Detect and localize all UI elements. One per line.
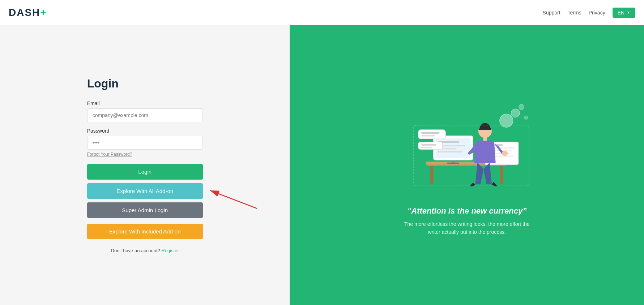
logo-plus: + [40, 7, 47, 18]
email-label: Email [87, 100, 203, 106]
super-admin-login-button[interactable]: Super Admin Login [87, 202, 203, 218]
lang-label: EN [618, 10, 624, 16]
quote-sub: The more effortless the writing looks, t… [398, 220, 536, 236]
support-link[interactable]: Support [543, 10, 560, 16]
svg-point-26 [511, 109, 520, 117]
hero-illustration [391, 94, 543, 196]
buttons-section: Login Explore With All Add-on Super Admi… [87, 164, 203, 243]
svg-rect-22 [418, 142, 443, 149]
login-button[interactable]: Login [87, 164, 203, 180]
register-link[interactable]: Register [161, 248, 179, 253]
quote-text: “Attention is the new currency” [407, 206, 526, 216]
explore-all-container: Explore With All Add-on [87, 183, 203, 202]
arrow-annotation [203, 180, 275, 223]
svg-rect-12 [438, 151, 462, 152]
svg-rect-19 [418, 130, 446, 139]
illustration [391, 94, 543, 196]
password-input[interactable] [87, 136, 203, 150]
logo-dash: DASH [9, 7, 40, 18]
svg-rect-30 [483, 137, 487, 141]
svg-rect-2 [430, 166, 433, 184]
email-input[interactable] [87, 108, 203, 122]
login-form: Login Email Password Forgot Your Passwor… [87, 77, 203, 253]
svg-rect-6 [447, 162, 460, 164]
main-content: Login Email Password Forgot Your Passwor… [0, 25, 644, 305]
explore-all-button[interactable]: Explore With All Add-on [87, 183, 203, 199]
svg-rect-24 [421, 147, 432, 148]
logo-text: DASH+ [9, 7, 47, 18]
header-nav: Support Terms Privacy EN ▼ [543, 8, 635, 18]
svg-point-27 [519, 104, 524, 109]
svg-rect-21 [421, 135, 435, 136]
left-panel: Login Email Password Forgot Your Passwor… [0, 25, 290, 305]
header: DASH+ Support Terms Privacy EN ▼ [0, 0, 644, 25]
right-panel: “Attention is the new currency” The more… [290, 25, 644, 305]
explore-included-button[interactable]: Explore With Included Add-on [87, 224, 203, 239]
password-label: Password [87, 128, 203, 134]
logo: DASH+ [9, 7, 47, 18]
privacy-link[interactable]: Privacy [589, 10, 605, 16]
svg-rect-20 [421, 132, 439, 133]
svg-rect-3 [500, 166, 503, 184]
login-title: Login [87, 77, 203, 90]
svg-point-28 [524, 116, 528, 119]
register-text: Don't have an account? [111, 248, 160, 253]
forgot-password-link[interactable]: Forgot Your Password? [87, 152, 203, 157]
terms-link[interactable]: Terms [568, 10, 581, 16]
language-button[interactable]: EN ▼ [613, 8, 635, 18]
svg-point-31 [502, 151, 508, 155]
register-line: Don't have an account? Register [87, 248, 203, 253]
chevron-down-icon: ▼ [627, 10, 630, 14]
svg-rect-23 [421, 144, 436, 145]
